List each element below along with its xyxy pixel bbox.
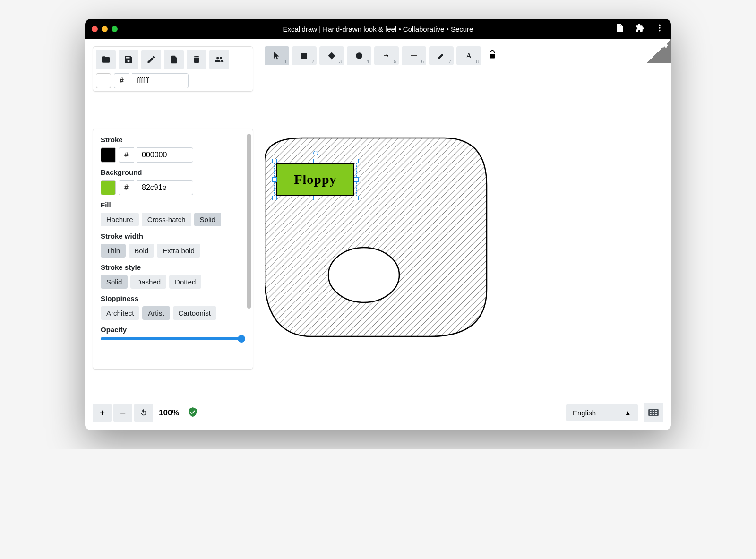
- stroke-style-options: Solid Dashed Dotted: [101, 275, 245, 289]
- fill-label: Fill: [101, 201, 245, 209]
- svg-rect-7: [490, 54, 495, 58]
- ss-dotted[interactable]: Dotted: [169, 275, 201, 289]
- extension-icon[interactable]: [635, 23, 644, 34]
- fill-cross-hatch[interactable]: Cross-hatch: [142, 213, 191, 226]
- zoom-level: 100%: [155, 408, 183, 418]
- zoom-out-button[interactable]: −: [113, 404, 132, 422]
- background-swatch[interactable]: [101, 180, 116, 195]
- file-toolbar: #: [93, 46, 253, 92]
- handle-ml[interactable]: [272, 177, 277, 182]
- canvas-bg-swatch[interactable]: [96, 73, 111, 88]
- minimize-window[interactable]: [102, 26, 108, 32]
- handle-bl[interactable]: [272, 196, 277, 200]
- file-icon[interactable]: [615, 23, 625, 34]
- background-label: Background: [101, 168, 245, 176]
- tool-rectangle[interactable]: 2: [292, 46, 317, 65]
- close-window[interactable]: [92, 26, 98, 32]
- collab-button[interactable]: [209, 50, 229, 69]
- language-select[interactable]: English ▲: [566, 404, 638, 421]
- sloppiness-label: Sloppiness: [101, 294, 245, 302]
- encryption-shield-icon[interactable]: [188, 407, 198, 419]
- zoom-reset-button[interactable]: [134, 404, 153, 422]
- app-window: Excalidraw | Hand-drawn look & feel • Co…: [85, 19, 671, 430]
- fill-hachure[interactable]: Hachure: [101, 213, 139, 226]
- tool-diamond[interactable]: 3: [319, 46, 344, 65]
- fill-options: Hachure Cross-hatch Solid: [101, 213, 245, 226]
- svg-point-4: [356, 52, 362, 59]
- svg-point-2: [659, 30, 660, 31]
- app-content: # 1 2 3 4 5 6 7 A8 Stroke #: [85, 39, 671, 430]
- tool-draw[interactable]: 7: [429, 46, 454, 65]
- stroke-width-options: Thin Bold Extra bold: [101, 244, 245, 258]
- stroke-swatch[interactable]: [101, 147, 116, 163]
- language-value: English: [573, 409, 596, 417]
- tool-line[interactable]: 6: [402, 46, 426, 65]
- tool-text[interactable]: A8: [456, 46, 481, 65]
- stroke-width-label: Stroke width: [101, 232, 245, 240]
- corner-fold[interactable]: [646, 39, 671, 63]
- export-button[interactable]: [164, 50, 184, 69]
- save-as-button[interactable]: [141, 50, 161, 69]
- tool-selection[interactable]: 1: [265, 46, 289, 65]
- handle-bm[interactable]: [313, 196, 318, 200]
- lock-toggle[interactable]: [488, 50, 497, 61]
- hash-label: #: [119, 147, 134, 163]
- handle-br[interactable]: [354, 196, 359, 200]
- bottom-right-controls: English ▲: [566, 403, 663, 422]
- selected-rectangle[interactable]: Floppy: [276, 163, 354, 196]
- open-button[interactable]: [96, 50, 116, 69]
- window-title: Excalidraw | Hand-drawn look & feel • Co…: [283, 25, 473, 33]
- hash-label: #: [114, 73, 129, 88]
- sloppiness-options: Architect Artist Cartoonist: [101, 306, 245, 320]
- menu-icon[interactable]: [655, 23, 664, 34]
- svg-text:A: A: [466, 52, 472, 60]
- clear-button[interactable]: [187, 50, 206, 69]
- slop-cartoonist[interactable]: Cartoonist: [173, 306, 216, 320]
- zoom-in-button[interactable]: +: [93, 404, 112, 422]
- zoom-controls: + − 100%: [93, 404, 198, 422]
- fill-solid[interactable]: Solid: [194, 213, 221, 226]
- svg-rect-3: [301, 53, 307, 59]
- properties-panel: Stroke # Background # Fill Hachure: [93, 129, 253, 370]
- canvas-bg-input[interactable]: [132, 73, 189, 88]
- handle-mr[interactable]: [354, 177, 359, 182]
- stroke-input[interactable]: [137, 147, 193, 163]
- svg-point-1: [659, 27, 660, 28]
- traffic-lights: [92, 26, 118, 32]
- rotation-handle[interactable]: [313, 151, 318, 155]
- keyboard-shortcuts-button[interactable]: [644, 403, 663, 422]
- handle-tr[interactable]: [354, 159, 359, 163]
- handle-tm[interactable]: [313, 159, 318, 163]
- slop-architect[interactable]: Architect: [101, 306, 139, 320]
- scrollbar[interactable]: [247, 134, 251, 309]
- tool-ellipse[interactable]: 4: [347, 46, 371, 65]
- hash-label: #: [119, 180, 134, 195]
- opacity-slider[interactable]: [101, 337, 245, 340]
- slop-artist[interactable]: Artist: [142, 306, 170, 320]
- titlebar: Excalidraw | Hand-drawn look & feel • Co…: [85, 19, 671, 39]
- stroke-style-label: Stroke style: [101, 263, 245, 271]
- sw-bold[interactable]: Bold: [129, 244, 154, 258]
- chevron-up-icon: ▲: [624, 409, 631, 417]
- opacity-label: Opacity: [101, 326, 245, 334]
- background-input[interactable]: [137, 180, 193, 195]
- handle-tl[interactable]: [272, 159, 277, 163]
- svg-point-0: [659, 25, 660, 26]
- sw-extra-bold[interactable]: Extra bold: [157, 244, 200, 258]
- stroke-label: Stroke: [101, 136, 245, 144]
- canvas-text: Floppy: [294, 172, 336, 187]
- ss-solid[interactable]: Solid: [101, 275, 128, 289]
- maximize-window[interactable]: [112, 26, 118, 32]
- shape-toolbar: 1 2 3 4 5 6 7 A8: [265, 46, 497, 65]
- ss-dashed[interactable]: Dashed: [130, 275, 166, 289]
- sw-thin[interactable]: Thin: [101, 244, 126, 258]
- tool-arrow[interactable]: 5: [374, 46, 399, 65]
- selection-box[interactable]: Floppy: [274, 161, 357, 198]
- save-button[interactable]: [119, 50, 138, 69]
